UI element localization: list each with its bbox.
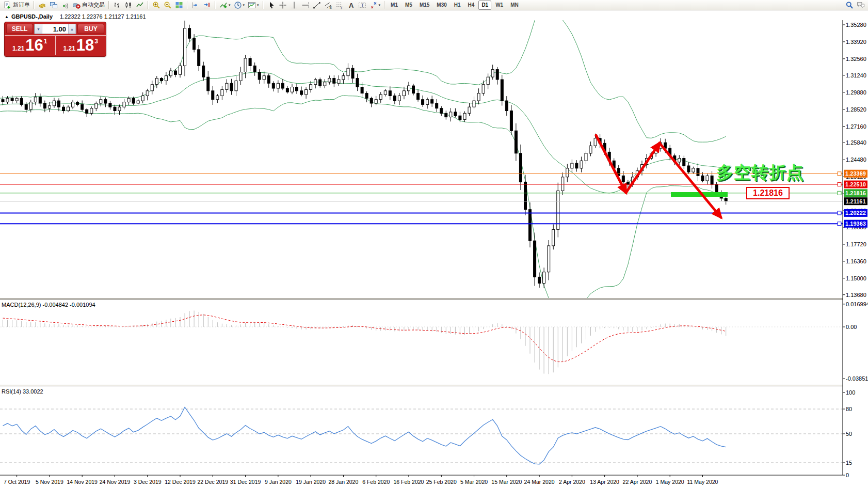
svg-text:A: A	[349, 1, 354, 9]
price-axis[interactable]: 1.352801.339201.325601.312401.298801.285…	[843, 11, 868, 478]
timeframe-m1-button[interactable]: M1	[388, 1, 401, 10]
svg-text:1.33920: 1.33920	[846, 39, 866, 45]
price-label-1.23369: 1.23369	[844, 170, 867, 178]
text-button[interactable]: A	[345, 1, 357, 10]
line-chart-icon	[136, 1, 144, 9]
windows-button[interactable]	[48, 1, 59, 10]
svg-text:0: 0	[846, 472, 849, 478]
search-button[interactable]	[844, 1, 855, 10]
svg-text:22 Apr 2020: 22 Apr 2020	[623, 479, 652, 485]
timeframe-m15-button[interactable]: M15	[416, 1, 432, 10]
svg-text:24 Mar 2020: 24 Mar 2020	[524, 479, 555, 485]
candlestick-button[interactable]	[123, 1, 134, 10]
templates-icon	[248, 1, 256, 9]
svg-text:1.32560: 1.32560	[846, 56, 866, 62]
bollinger-bands	[0, 11, 726, 311]
rsi-indicator-label: RSI(14) 33.0022	[2, 388, 43, 395]
bars-button[interactable]	[111, 1, 123, 10]
channel-button[interactable]: E	[323, 1, 334, 10]
trendline-icon	[313, 1, 321, 9]
sell-button[interactable]: SELL	[6, 24, 33, 34]
svg-text:1.13680: 1.13680	[846, 292, 866, 298]
chat-button[interactable]	[855, 1, 866, 10]
fibonacci-button[interactable]: F	[334, 1, 345, 10]
indicators-add-button[interactable]: ▾	[218, 1, 232, 10]
symbol-collapse-icon[interactable]: ▲	[5, 14, 9, 19]
buy-button[interactable]: BUY	[77, 24, 104, 34]
dropdown-caret-icon[interactable]: ▾	[243, 3, 245, 7]
trendline-button[interactable]	[311, 1, 323, 10]
chart-shift-button[interactable]	[201, 1, 213, 10]
sell-price-prefix: 1.21	[12, 45, 24, 52]
timeframe-d1-button[interactable]: D1	[478, 1, 491, 10]
svg-text:14 Nov 2019: 14 Nov 2019	[67, 479, 98, 485]
dropdown-caret-icon[interactable]: ▾	[257, 3, 259, 7]
zoom-in-icon	[152, 1, 160, 9]
templates-button[interactable]: ▾	[246, 1, 261, 10]
sell-price-sup: 1	[44, 38, 47, 45]
signal-button[interactable]	[59, 1, 71, 10]
chart-window[interactable]: 1.352801.339201.325601.312401.298801.285…	[0, 11, 868, 487]
dropdown-caret-icon[interactable]: ▾	[379, 3, 381, 7]
cursor-button[interactable]	[266, 1, 277, 10]
vline-button[interactable]	[288, 1, 300, 10]
timeframe-m5-button[interactable]: M5	[402, 1, 415, 10]
svg-text:19 Jan 2020: 19 Jan 2020	[296, 479, 326, 485]
hline-icon	[301, 1, 310, 9]
svg-text:1.35280: 1.35280	[846, 22, 866, 28]
svg-text:0.016994: 0.016994	[846, 301, 868, 307]
volume-increase-button[interactable]: ▲	[68, 24, 76, 34]
chart-profile-icon	[38, 1, 46, 9]
chart-canvas[interactable]: 1.352801.339201.325601.312401.298801.285…	[0, 11, 868, 487]
horizontal-line-1.19363[interactable]	[0, 222, 843, 226]
svg-text:E: E	[329, 6, 332, 9]
svg-text:5 Mar 2020: 5 Mar 2020	[460, 479, 488, 485]
line-chart-button[interactable]	[134, 1, 146, 10]
zoom-in-button[interactable]	[151, 1, 162, 10]
timeframe-h4-button[interactable]: H4	[465, 1, 478, 10]
panel-splitter[interactable]	[0, 298, 868, 300]
chat-icon	[857, 1, 865, 9]
chart-header: ▲GBPUSD-,Daily1.22322 1.22376 1.21127 1.…	[5, 13, 146, 20]
panel-splitter[interactable]	[0, 385, 868, 386]
timeframe-m30-button[interactable]: M30	[433, 1, 449, 10]
crosshair-button[interactable]	[277, 1, 288, 10]
chart-symbol-title: GBPUSD-,Daily	[11, 13, 53, 20]
dropdown-caret-icon[interactable]: ▾	[229, 3, 231, 7]
svg-text:T: T	[361, 2, 364, 7]
tile-windows-icon	[175, 1, 183, 9]
svg-text:15: 15	[846, 460, 852, 466]
new-order-icon	[3, 1, 11, 9]
tile-windows-button[interactable]	[173, 1, 185, 10]
svg-text:13 Apr 2020: 13 Apr 2020	[590, 479, 619, 485]
buy-price-display[interactable]: 1.21183	[55, 36, 106, 55]
date-axis[interactable]: 7 Oct 20195 Nov 201914 Nov 201924 Nov 20…	[4, 475, 718, 485]
text-label-button[interactable]: T	[357, 1, 368, 10]
timeframe-mn-button[interactable]: MN	[507, 1, 522, 10]
macd-signal-line	[3, 315, 726, 362]
channel-icon: E	[324, 1, 332, 9]
svg-text:22 Dec 2019: 22 Dec 2019	[198, 479, 229, 485]
svg-text:1.22510: 1.22510	[845, 181, 866, 187]
timeframe-h1-button[interactable]: H1	[451, 1, 464, 10]
chart-ohlc-values: 1.22322 1.22376 1.21127 1.21161	[60, 13, 146, 20]
chart-profile-button[interactable]	[37, 1, 48, 10]
autoscroll-button[interactable]	[190, 1, 201, 10]
svg-text:25 Feb 2020: 25 Feb 2020	[426, 479, 457, 485]
new-order-button[interactable]: 新订单	[2, 1, 31, 10]
periods-button[interactable]: ▾	[232, 1, 247, 10]
volume-decrease-button[interactable]: ▼	[35, 24, 42, 34]
zoom-out-button[interactable]	[162, 1, 173, 10]
hline-button[interactable]	[300, 1, 311, 10]
text-icon: A	[347, 1, 355, 9]
arrows-button[interactable]: ▾	[368, 1, 382, 10]
autotrading-icon	[72, 1, 81, 9]
volume-input[interactable]	[42, 24, 68, 34]
annotation-price-tag[interactable]: 1.21816	[746, 187, 790, 199]
svg-text:24 Nov 2019: 24 Nov 2019	[100, 479, 131, 485]
annotation-cn-text[interactable]: 多空转折点	[716, 161, 804, 184]
sell-price-display[interactable]: 1.21161	[5, 36, 55, 55]
autotrading-button[interactable]: 自动交易	[71, 1, 106, 10]
timeframe-w1-button[interactable]: W1	[492, 1, 506, 10]
svg-text:28 Jan 2020: 28 Jan 2020	[329, 479, 359, 485]
